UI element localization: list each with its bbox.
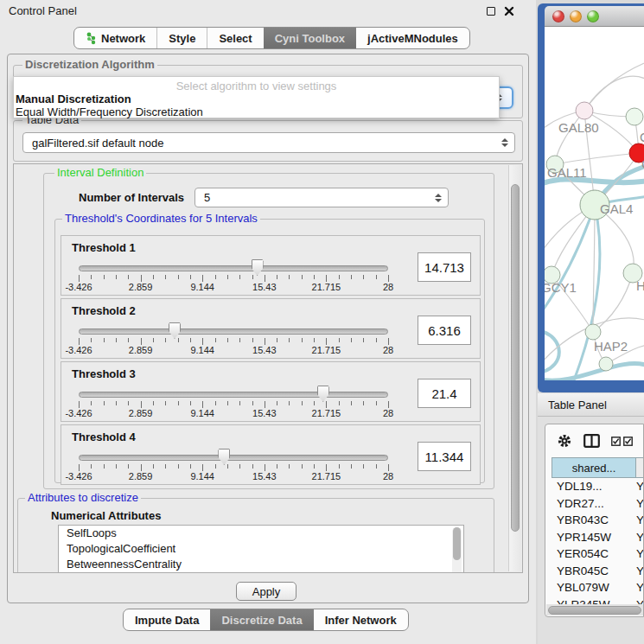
slider-tick — [265, 464, 265, 471]
slider-tick — [153, 338, 154, 342]
tab-discretize-data[interactable]: Discretize Data — [210, 609, 313, 630]
column-header-shared-name[interactable]: shared... — [552, 457, 636, 478]
slider-tick — [91, 401, 92, 405]
slider-tick — [116, 275, 117, 279]
slider-tick — [388, 275, 389, 282]
network-node[interactable] — [626, 108, 643, 125]
slider-tick — [178, 275, 179, 279]
attribute-list-item[interactable]: BetweennessCentrality — [59, 557, 463, 572]
slider-thumb[interactable] — [317, 386, 329, 402]
slider-tick-label: 15.43 — [239, 345, 290, 355]
table-row[interactable]: YBL079WYBL0 — [545, 581, 644, 598]
slider-tick — [227, 401, 228, 405]
cell-name: YDL1 — [630, 480, 644, 497]
attributes-scrollbar[interactable] — [452, 527, 462, 573]
slider-tick-labels: -3.4262.8599.14415.4321.71528 — [79, 282, 388, 293]
slider-tick — [116, 464, 117, 469]
slider-tick — [215, 275, 216, 279]
network-canvas[interactable]: GAL80GCGAL11GAL4GCY1HHAP2 — [545, 27, 644, 380]
slider-tick — [239, 338, 240, 342]
close-icon[interactable] — [504, 6, 514, 16]
tab-style[interactable]: Style — [157, 28, 207, 48]
table-rows: YDL19...YDL1YDR27...YDR2YBR043CYBR0YPR14… — [545, 480, 644, 617]
threshold-label: Threshold 3 — [72, 367, 136, 380]
table-horizontal-scrollbar[interactable] — [546, 604, 644, 615]
slider-tick-label: 2.859 — [115, 282, 167, 292]
tab-infer-network[interactable]: Infer Network — [314, 609, 408, 630]
tab-impute-data[interactable]: Impute Data — [124, 609, 210, 630]
table-row[interactable]: YDL19...YDL1 — [545, 480, 644, 497]
combo-spinner-icon — [501, 138, 507, 147]
slider-tick — [227, 464, 228, 469]
zoom-traffic-light-icon[interactable] — [587, 10, 599, 22]
slider-tick — [190, 464, 191, 469]
slider-tick — [91, 464, 92, 469]
tab-select[interactable]: Select — [207, 28, 263, 48]
table-row[interactable]: YPR145WYPR1 — [545, 531, 644, 548]
threshold-slider[interactable] — [79, 265, 388, 271]
network-window-titlebar[interactable] — [545, 6, 644, 27]
table-data-combobox[interactable]: galFiltered.sif default node — [22, 132, 515, 153]
threshold-value-field[interactable]: 11.344 — [418, 442, 471, 471]
slider-tick — [141, 275, 142, 282]
split-columns-icon[interactable] — [583, 434, 600, 448]
scrollbar-thumb[interactable] — [511, 184, 520, 532]
cell-name: YBL0 — [630, 581, 644, 598]
column-header-name[interactable]: na — [635, 457, 644, 478]
checkbox-icon[interactable] — [623, 437, 633, 446]
slider-tick — [190, 275, 191, 279]
slider-tick-label: 9.144 — [176, 345, 228, 355]
settings-vertical-scrollbar[interactable] — [508, 165, 521, 571]
table-row[interactable]: YDR27...YDR2 — [545, 497, 644, 514]
attribute-list-item[interactable]: TopologicalCoefficient — [59, 541, 463, 557]
slider-tick — [289, 464, 290, 469]
tab-network[interactable]: Network — [74, 28, 157, 48]
float-window-icon[interactable] — [487, 7, 495, 16]
numerical-attributes-list[interactable]: SelfLoopsTopologicalCoefficientBetweenne… — [58, 525, 464, 573]
network-node[interactable] — [599, 357, 613, 371]
table-row[interactable]: YBR045CYBR0 — [545, 564, 644, 582]
slider-tick — [202, 275, 203, 282]
slider-thumb[interactable] — [252, 259, 264, 276]
algorithm-option-manual[interactable]: Manual Discretization — [16, 92, 131, 105]
threshold-slider[interactable] — [79, 392, 388, 398]
slider-tick — [202, 401, 203, 408]
threshold-slider[interactable] — [79, 328, 388, 335]
slider-tick — [265, 401, 265, 408]
scrollbar-thumb[interactable] — [453, 527, 461, 560]
algorithm-placeholder-option[interactable]: Select algorithm to view settings — [14, 80, 499, 92]
table-row[interactable]: YER054CYER0 — [545, 547, 644, 564]
network-node-label: H — [636, 278, 644, 293]
window-title: Control Panel — [9, 4, 77, 17]
algorithm-option-equal-width[interactable]: Equal Width/Frequency Discretization — [16, 105, 203, 118]
threshold-slider[interactable] — [79, 455, 388, 461]
gear-icon[interactable] — [557, 433, 572, 449]
threshold-value-field[interactable]: 6.316 — [418, 316, 471, 345]
slider-tick — [178, 464, 179, 469]
tab-jactivemnodules[interactable]: jActiveMNodules — [356, 28, 469, 48]
threshold-value-field[interactable]: 14.713 — [418, 252, 471, 282]
cell-shared-name: YBR045C — [545, 564, 630, 582]
network-node[interactable] — [585, 324, 601, 340]
slider-tick-labels: -3.4262.8599.14415.4321.71528 — [79, 345, 388, 356]
slider-tick-label: 28 — [362, 345, 414, 355]
checkbox-icon[interactable] — [611, 437, 621, 446]
threshold-value-field[interactable]: 21.4 — [418, 379, 471, 408]
table-panel: Table Panel shared... — [538, 393, 644, 644]
number-of-intervals-combobox[interactable]: 5 — [194, 188, 449, 207]
slider-thumb[interactable] — [218, 449, 230, 465]
close-traffic-light-icon[interactable] — [552, 10, 564, 22]
table-row[interactable]: YBR043CYBR0 — [545, 513, 644, 531]
slider-tick-label: 9.144 — [176, 408, 228, 418]
network-node[interactable] — [576, 102, 593, 119]
slider-tick — [302, 338, 303, 342]
slider-tick — [190, 401, 191, 405]
slider-thumb[interactable] — [169, 322, 181, 339]
threshold-label: Threshold 1 — [72, 241, 136, 254]
slider-tick — [153, 401, 154, 405]
tab-cyni-toolbox[interactable]: Cyni Toolbox — [264, 28, 356, 48]
attribute-list-item[interactable]: SelfLoops — [59, 526, 463, 541]
minimize-traffic-light-icon[interactable] — [570, 10, 582, 22]
apply-button[interactable]: Apply — [236, 582, 296, 601]
scrollbar-thumb[interactable] — [548, 606, 641, 615]
